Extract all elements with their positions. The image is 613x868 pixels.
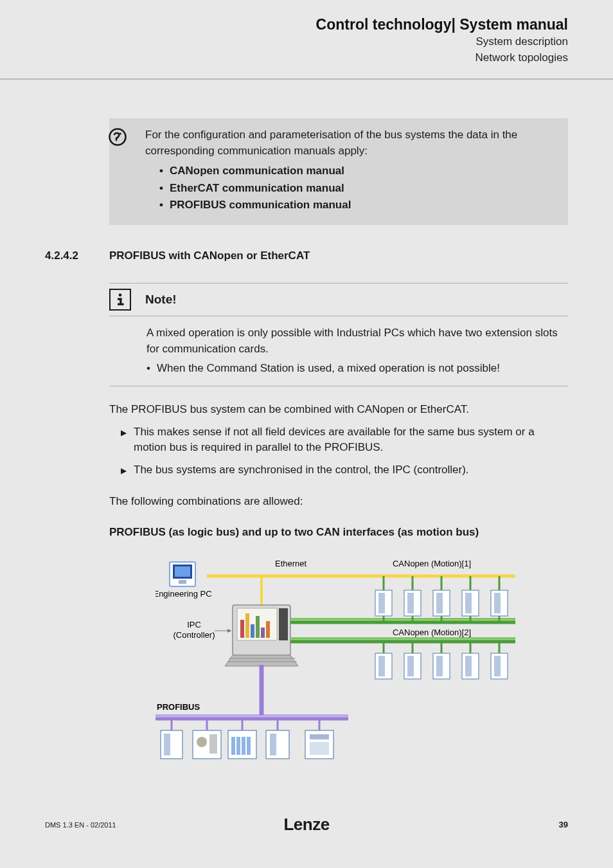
tip-item: PROFIBUS communication manual bbox=[159, 197, 555, 213]
svg-marker-14 bbox=[227, 629, 231, 633]
page-number: 39 bbox=[559, 820, 568, 829]
section-heading: 4.2.4.2 PROFIBUS with CANopen or EtherCA… bbox=[45, 249, 568, 262]
svg-rect-47 bbox=[494, 593, 501, 613]
doc-title: Control technology| System manual bbox=[45, 16, 568, 33]
label-can1: CANopen (Motion)[1] bbox=[393, 559, 471, 568]
arrow-item: This makes sense if not all field device… bbox=[121, 424, 568, 456]
paragraph: The following combinations are allowed: bbox=[109, 494, 568, 510]
svg-rect-60 bbox=[436, 656, 443, 676]
svg-rect-45 bbox=[465, 593, 472, 613]
label-ethernet: Ethernet bbox=[275, 559, 307, 568]
doc-subtitle-1: System description bbox=[45, 35, 568, 50]
svg-rect-20 bbox=[251, 624, 254, 638]
svg-point-1 bbox=[119, 132, 121, 134]
tip-item: CANopen communication manual bbox=[159, 163, 555, 179]
svg-rect-56 bbox=[378, 656, 385, 676]
label-eng-pc: Engineering PC bbox=[155, 589, 212, 599]
note-body-text: A mixed operation is only possible with … bbox=[147, 325, 568, 357]
svg-rect-17 bbox=[279, 608, 288, 640]
svg-rect-83 bbox=[266, 730, 289, 759]
svg-rect-82 bbox=[247, 737, 251, 755]
svg-rect-18 bbox=[240, 620, 244, 638]
arrow-item: The bus systems are synchronised in the … bbox=[121, 462, 568, 478]
svg-rect-62 bbox=[465, 656, 472, 676]
paragraph: The PROFIBUS bus system can be combined … bbox=[109, 402, 568, 418]
svg-point-2 bbox=[119, 294, 122, 297]
svg-rect-23 bbox=[266, 621, 270, 638]
svg-rect-39 bbox=[378, 593, 385, 613]
svg-rect-5 bbox=[118, 303, 124, 305]
topology-diagram: Ethernet Engineering PC IPC (Controller) bbox=[155, 550, 522, 769]
label-ipc: IPC bbox=[187, 620, 201, 629]
svg-point-76 bbox=[197, 737, 207, 747]
label-can2: CANopen (Motion)[2] bbox=[393, 628, 471, 637]
svg-rect-64 bbox=[494, 656, 501, 676]
svg-rect-86 bbox=[310, 734, 329, 739]
doc-subtitle-2: Network topologies bbox=[45, 51, 568, 66]
page-header: Control technology| System manual System… bbox=[0, 0, 613, 80]
svg-rect-43 bbox=[436, 593, 443, 613]
page-footer: DMS 1.3 EN - 02/2011 Lenze 39 bbox=[45, 820, 568, 829]
combination-subhead: PROFIBUS (as logic bus) and up to two CA… bbox=[109, 526, 568, 539]
svg-rect-22 bbox=[261, 628, 265, 638]
svg-rect-21 bbox=[256, 616, 260, 638]
tip-intro: For the configuration and parameterisati… bbox=[145, 127, 555, 159]
svg-rect-41 bbox=[407, 593, 414, 613]
note-title: Note! bbox=[145, 293, 177, 307]
label-profibus: PROFIBUS bbox=[157, 702, 200, 712]
tip-callout: For the configuration and parameterisati… bbox=[109, 118, 568, 225]
section-number: 4.2.4.2 bbox=[45, 249, 109, 262]
svg-rect-80 bbox=[236, 737, 240, 755]
note-callout: Note! A mixed operation is only possible… bbox=[109, 283, 568, 386]
svg-rect-10 bbox=[175, 566, 190, 577]
svg-rect-11 bbox=[179, 580, 186, 584]
section-title: PROFIBUS with CANopen or EtherCAT bbox=[109, 249, 310, 262]
tip-icon bbox=[108, 127, 127, 147]
tip-item: EtherCAT communication manual bbox=[159, 180, 555, 197]
svg-rect-79 bbox=[231, 737, 235, 755]
footer-docid: DMS 1.3 EN - 02/2011 bbox=[45, 821, 116, 829]
note-bullet: When the Command Station is used, a mixe… bbox=[147, 361, 568, 377]
svg-rect-81 bbox=[242, 737, 245, 755]
svg-rect-87 bbox=[310, 742, 329, 755]
svg-rect-77 bbox=[209, 734, 217, 754]
info-icon bbox=[109, 289, 131, 311]
svg-rect-74 bbox=[164, 734, 170, 755]
brand-logo: Lenze bbox=[283, 815, 329, 835]
label-ipc-sub: (Controller) bbox=[173, 630, 215, 640]
svg-rect-84 bbox=[270, 734, 276, 755]
svg-rect-19 bbox=[245, 613, 249, 638]
svg-rect-58 bbox=[407, 656, 414, 676]
